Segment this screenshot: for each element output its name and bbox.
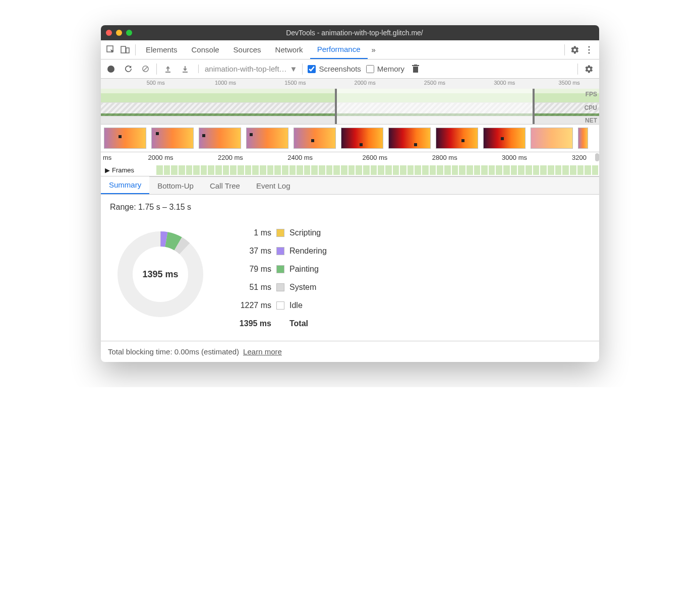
tab-console[interactable]: Console <box>185 40 226 59</box>
details-tabstrip: Summary Bottom-Up Call Tree Event Log <box>101 176 599 195</box>
screenshots-checkbox[interactable]: Screenshots <box>308 65 361 73</box>
download-profile-icon[interactable] <box>179 63 191 75</box>
maximize-window-button[interactable] <box>126 30 132 36</box>
summary-panel: Range: 1.75 s – 3.15 s 1395 ms 1 msScrip… <box>101 195 599 341</box>
legend-value: 37 ms <box>231 247 271 256</box>
learn-more-link[interactable]: Learn more <box>243 347 282 356</box>
tab-elements[interactable]: Elements <box>139 40 185 59</box>
devtools-window: DevTools - animation-with-top-left.glitc… <box>101 25 599 362</box>
window-controls <box>106 30 132 36</box>
upload-profile-icon[interactable] <box>162 63 174 75</box>
tab-performance[interactable]: Performance <box>310 40 368 59</box>
screenshots-label: Screenshots <box>319 65 361 73</box>
screenshot-thumbnail[interactable] <box>578 128 588 149</box>
screenshot-thumbnail[interactable] <box>199 128 241 149</box>
blocking-time-text: Total blocking time: 0.00ms (estimated) <box>108 347 239 356</box>
frames-section-toggle[interactable]: ▶ Frames <box>101 166 138 174</box>
tab-bottom-up[interactable]: Bottom-Up <box>149 177 202 194</box>
ruler-tick: 1500 ms <box>284 80 306 86</box>
cpu-label: CPU <box>585 104 597 111</box>
profile-name: animation-with-top-left… <box>205 65 287 73</box>
ruler-tick: 3200 <box>572 154 587 161</box>
close-window-button[interactable] <box>106 30 112 36</box>
ruler-tick: 3500 ms <box>559 80 580 86</box>
screenshot-thumbnail[interactable] <box>294 128 336 149</box>
ruler-tick: 2000 ms <box>148 154 173 161</box>
screenshots-checkbox-input[interactable] <box>308 65 316 73</box>
minimize-window-button[interactable] <box>116 30 122 36</box>
tab-summary[interactable]: Summary <box>101 176 149 194</box>
kebab-menu-icon[interactable] <box>582 43 596 57</box>
screenshot-thumbnail[interactable] <box>104 128 146 149</box>
tab-network[interactable]: Network <box>268 40 310 59</box>
svg-rect-8 <box>165 72 170 73</box>
svg-rect-2 <box>126 48 129 53</box>
tab-event-log[interactable]: Event Log <box>248 177 299 194</box>
memory-label: Memory <box>377 65 404 73</box>
screenshot-thumbnail[interactable] <box>531 128 573 149</box>
legend-value: 79 ms <box>231 265 271 274</box>
tab-sources[interactable]: Sources <box>226 40 268 59</box>
range-text: Range: 1.75 s – 3.15 s <box>110 203 590 212</box>
ruler-tick: 3000 ms <box>494 80 515 86</box>
divider <box>577 64 578 75</box>
screenshot-thumbnail[interactable] <box>388 128 431 149</box>
time-selection-handles[interactable] <box>335 89 534 124</box>
scrollbar-thumb[interactable] <box>595 153 599 161</box>
screenshot-thumbnail[interactable] <box>246 128 288 149</box>
screenshot-thumbnail[interactable] <box>341 128 383 149</box>
svg-line-7 <box>143 67 148 71</box>
devtools-tabstrip: Elements Console Sources Network Perform… <box>101 40 599 59</box>
record-button[interactable] <box>105 63 117 75</box>
clear-icon[interactable] <box>139 63 151 75</box>
ruler-fragment: ms <box>103 154 111 161</box>
frames-row[interactable]: ▶ Frames <box>101 164 599 176</box>
frames-label-text: Frames <box>112 166 134 174</box>
divider <box>564 44 565 55</box>
flamechart-ruler[interactable]: ms 2000 ms 2200 ms 2400 ms 2600 ms 2800 … <box>101 152 599 164</box>
legend-value: 1 ms <box>231 228 271 237</box>
donut-total-label: 1395 ms <box>110 224 211 325</box>
reload-record-icon[interactable] <box>122 63 134 75</box>
window-title: DevTools - animation-with-top-left.glitc… <box>140 29 569 37</box>
delete-profile-icon[interactable] <box>410 63 422 75</box>
performance-toolbar: animation-with-top-left… ▼ Screenshots M… <box>101 59 599 79</box>
memory-checkbox[interactable]: Memory <box>366 65 404 73</box>
ruler-tick: 500 ms <box>147 80 165 86</box>
profile-selector[interactable]: animation-with-top-left… ▼ <box>198 65 297 73</box>
ruler-tick: 1000 ms <box>215 80 236 86</box>
summary-legend: 1 msScripting37 msRendering79 msPainting… <box>231 224 327 333</box>
screenshot-thumbnail[interactable] <box>436 128 478 149</box>
filmstrip <box>101 125 599 152</box>
tab-call-tree[interactable]: Call Tree <box>202 177 248 194</box>
divider <box>156 64 157 75</box>
legend-value: 1227 ms <box>231 301 271 310</box>
ruler-tick: 2200 ms <box>218 154 243 161</box>
legend-swatch <box>276 265 284 273</box>
legend-swatch <box>276 229 284 237</box>
settings-gear-icon[interactable] <box>568 43 582 57</box>
capture-settings-gear-icon[interactable] <box>583 63 595 75</box>
tab-overflow-button[interactable]: » <box>368 40 380 59</box>
overview-pane[interactable]: 500 ms 1000 ms 1500 ms 2000 ms 2500 ms 3… <box>101 79 599 125</box>
legend-swatch <box>276 247 284 255</box>
device-toolbar-icon[interactable] <box>118 43 132 57</box>
screenshot-thumbnail[interactable] <box>151 128 194 149</box>
legend-row: 1227 msIdle <box>231 296 327 315</box>
legend-name: Painting <box>289 265 319 274</box>
memory-checkbox-input[interactable] <box>366 65 374 73</box>
legend-name: System <box>289 283 316 292</box>
screenshot-thumbnail[interactable] <box>483 128 526 149</box>
ruler-tick: 2600 ms <box>362 154 387 161</box>
disclosure-triangle-icon: ▶ <box>105 166 110 174</box>
ruler-tick: 2000 ms <box>355 80 376 86</box>
divider <box>135 44 136 55</box>
legend-row: 1 msScripting <box>231 224 327 242</box>
svg-point-5 <box>588 52 590 53</box>
inspect-element-icon[interactable] <box>104 43 118 57</box>
legend-name: Idle <box>289 301 303 310</box>
svg-rect-12 <box>414 65 417 65</box>
legend-row: 51 msSystem <box>231 278 327 296</box>
dropdown-triangle-icon: ▼ <box>290 65 298 73</box>
ruler-tick: 2500 ms <box>424 80 445 86</box>
